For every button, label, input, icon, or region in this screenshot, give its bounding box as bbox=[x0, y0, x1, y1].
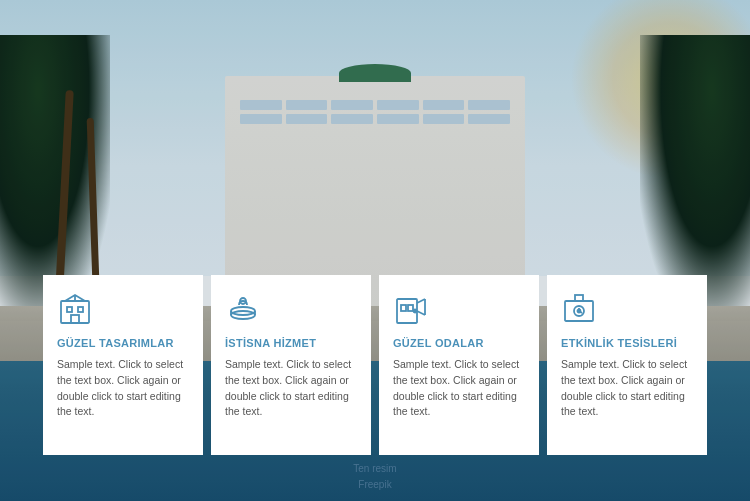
svg-rect-2 bbox=[78, 307, 83, 312]
footer-line1: Ten resim bbox=[353, 461, 396, 477]
card-guzel-tasarimlar[interactable]: GÜZEL TASARIMLAR Sample text. Click to s… bbox=[43, 275, 203, 455]
room-icon bbox=[393, 291, 429, 327]
card-4-text[interactable]: Sample text. Click to select the text bo… bbox=[561, 357, 693, 420]
service-icon bbox=[225, 291, 261, 327]
card-istisna-hizmet[interactable]: İSTİSNA HİZMET Sample text. Click to sel… bbox=[211, 275, 371, 455]
svg-rect-1 bbox=[67, 307, 72, 312]
svg-line-14 bbox=[417, 311, 425, 315]
facility-icon bbox=[561, 291, 597, 327]
page-content: GÜZEL TASARIMLAR Sample text. Click to s… bbox=[0, 0, 750, 501]
card-guzel-odalar[interactable]: GÜZEL ODALAR Sample text. Click to selec… bbox=[379, 275, 539, 455]
card-1-text[interactable]: Sample text. Click to select the text bo… bbox=[57, 357, 189, 420]
card-2-text[interactable]: Sample text. Click to select the text bo… bbox=[225, 357, 357, 420]
card-etkinlik-tesisleri[interactable]: ETKİNLİK TESİSLERİ Sample text. Click to… bbox=[547, 275, 707, 455]
svg-line-13 bbox=[417, 299, 425, 303]
card-4-title: ETKİNLİK TESİSLERİ bbox=[561, 337, 693, 349]
cards-container: GÜZEL TASARIMLAR Sample text. Click to s… bbox=[0, 275, 750, 455]
card-2-title: İSTİSNA HİZMET bbox=[225, 337, 357, 349]
svg-rect-11 bbox=[401, 305, 406, 311]
svg-point-16 bbox=[414, 310, 417, 313]
svg-rect-3 bbox=[71, 315, 79, 323]
footer-credits: Ten resim Freepik bbox=[353, 461, 396, 493]
svg-rect-0 bbox=[61, 301, 89, 323]
svg-point-22 bbox=[578, 310, 581, 313]
card-3-title: GÜZEL ODALAR bbox=[393, 337, 525, 349]
building-icon bbox=[57, 291, 93, 327]
svg-rect-12 bbox=[408, 305, 413, 311]
card-3-text[interactable]: Sample text. Click to select the text bo… bbox=[393, 357, 525, 420]
svg-rect-18 bbox=[575, 295, 583, 301]
footer-line2: Freepik bbox=[353, 477, 396, 493]
card-1-title: GÜZEL TASARIMLAR bbox=[57, 337, 189, 349]
